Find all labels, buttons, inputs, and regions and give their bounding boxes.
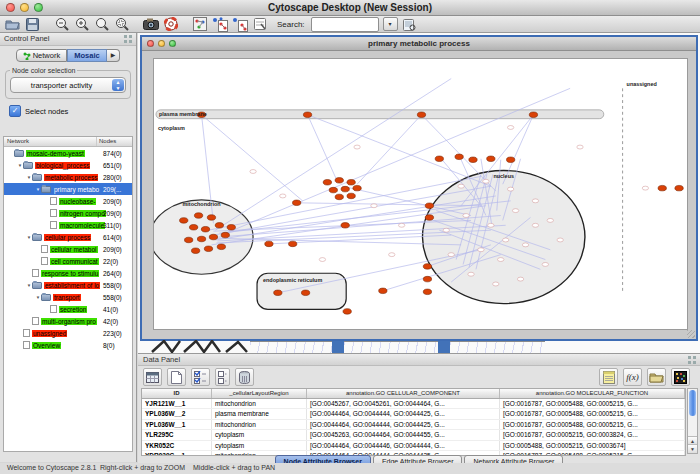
network-tree-row[interactable]: mosaic-demo-yeast874(0) xyxy=(4,147,132,159)
tab-network[interactable]: Network xyxy=(16,49,68,62)
column-header[interactable]: ID xyxy=(142,389,212,398)
table-cell[interactable]: mitochondrion xyxy=(212,420,307,429)
network-tree-row[interactable]: unassigned223(0) xyxy=(4,327,132,339)
table-cell[interactable]: [GO:0045267, GO:0045261, GO:0044464, G..… xyxy=(307,399,500,408)
destroy-network-view-icon[interactable] xyxy=(231,17,248,32)
select-nodes-option[interactable]: ✓ Select nodes xyxy=(9,105,136,117)
delete-attribute-icon[interactable] xyxy=(235,368,254,386)
combo-stepper-icon: ▲▼ xyxy=(112,79,124,91)
network-tree-row[interactable]: macromolecule311(0) xyxy=(4,219,132,231)
table-cell[interactable]: [GO:0045263, GO:0044464, GO:0044455, G..… xyxy=(307,430,500,439)
table-row[interactable]: YKR052Ccytoplasm[GO:0044464, GO:0044446,… xyxy=(142,441,685,451)
table-row[interactable]: YPL036W__1mitochondrion[GO:0044464, GO:0… xyxy=(142,420,685,430)
zoom-selected-icon[interactable] xyxy=(113,17,130,32)
network-tree-row[interactable]: cell communicat22(0) xyxy=(4,255,132,267)
table-cell[interactable]: YLR295C xyxy=(142,430,212,439)
attribute-table-header: ID_cellularLayoutRegionannotation.GO CEL… xyxy=(142,389,685,399)
table-cell[interactable]: [GO:0005488, GO:0005215, GO:0003674] xyxy=(500,441,685,450)
table-cell[interactable]: [GO:0016787, GO:0005488, GO:0005215, G..… xyxy=(500,399,685,408)
network-view-window[interactable]: primary metabolic process plasma membran… xyxy=(140,35,698,341)
table-cell[interactable]: YPL036W__2 xyxy=(142,409,212,418)
network-window-titlebar[interactable]: primary metabolic process xyxy=(142,37,696,51)
zoom-out-icon[interactable] xyxy=(53,17,70,32)
network-tree-row[interactable]: response to stimulu264(0) xyxy=(4,267,132,279)
table-cell[interactable]: cytoplasm xyxy=(212,430,307,439)
scrollbar-thumb[interactable] xyxy=(689,390,696,416)
background-window-fragment[interactable] xyxy=(150,340,250,353)
table-row[interactable]: YLR295Ccytoplasm[GO:0045263, GO:0044464,… xyxy=(142,430,685,440)
zoom-button[interactable] xyxy=(34,3,43,12)
network-tree-row[interactable]: nitrogen compo209(0) xyxy=(4,207,132,219)
table-cell[interactable]: YKR052C xyxy=(142,441,212,450)
attribute-editor-icon[interactable] xyxy=(599,368,618,386)
table-cell[interactable]: [GO:0044464, GO:0044446, GO:0044444, G..… xyxy=(307,441,500,450)
attribute-matrix-icon[interactable] xyxy=(671,368,690,386)
table-cell[interactable]: [GO:0016787, GO:0005488, GO:0005215, G..… xyxy=(500,409,685,418)
float-panel-icon[interactable] xyxy=(688,356,696,364)
close-button[interactable] xyxy=(6,3,15,12)
minimize-button[interactable] xyxy=(20,3,29,12)
table-row[interactable]: YJR121W__1mitochondrion[GO:0045267, GO:0… xyxy=(142,399,685,409)
network-tree-row[interactable]: nucleobase-209(0) xyxy=(4,195,132,207)
save-session-icon[interactable] xyxy=(24,17,41,32)
open-file-icon[interactable] xyxy=(4,17,21,32)
zoom-button[interactable] xyxy=(169,40,176,47)
search-input[interactable] xyxy=(311,17,379,32)
close-button[interactable] xyxy=(147,40,154,47)
network-tree-row[interactable]: cellular metabol209(0) xyxy=(4,243,132,255)
table-cell[interactable]: plasma membrane xyxy=(212,409,307,418)
function-builder-icon[interactable]: f(x) xyxy=(623,368,642,386)
graph-node xyxy=(557,238,563,242)
select-nodes-checkbox[interactable]: ✓ xyxy=(9,105,21,117)
unselect-attributes-icon[interactable] xyxy=(215,368,230,386)
tab-mosaic[interactable]: Mosaic xyxy=(67,49,106,62)
network-canvas[interactable]: plasma membranecytoplasmmitochondrionnuc… xyxy=(153,58,688,330)
import-attributes-icon[interactable] xyxy=(647,368,666,386)
selected-attribute: transporter activity xyxy=(11,81,112,90)
help-lifesaver-icon[interactable] xyxy=(162,17,179,32)
table-cell[interactable]: cytoplasm xyxy=(212,441,307,450)
table-cell[interactable]: [GO:0016787, GO:0005215, GO:0003824, G..… xyxy=(500,430,685,439)
table-cell[interactable]: [GO:0044464, GO:0044444, GO:0044425, G..… xyxy=(307,409,500,418)
manage-networks-icon[interactable] xyxy=(191,17,208,32)
tree-col-nodes[interactable]: Nodes xyxy=(97,137,132,146)
table-cell[interactable]: YPL036W__1 xyxy=(142,420,212,429)
minimize-button[interactable] xyxy=(158,40,165,47)
table-cell[interactable]: [GO:0016787, GO:0005488, GO:0005215, G..… xyxy=(500,420,685,429)
network-tree-row[interactable]: ▼metabolic process280(0) xyxy=(4,171,132,183)
column-header[interactable]: _cellularLayoutRegion xyxy=(212,389,307,398)
table-cell[interactable]: mitochondrion xyxy=(212,399,307,408)
select-all-attributes-icon[interactable] xyxy=(143,368,162,386)
table-row[interactable]: YPL036W__2plasma membrane[GO:0044464, GO… xyxy=(142,409,685,419)
graph-node-selected xyxy=(347,180,355,185)
zoom-fit-icon[interactable] xyxy=(93,17,110,32)
annotation-search-icon[interactable] xyxy=(251,17,268,32)
scroll-down-arrow[interactable]: ▼ xyxy=(688,444,697,453)
network-tree-row[interactable]: multi-organism pro42(0) xyxy=(4,315,132,327)
window-titlebar[interactable]: Cytoscape Desktop (New Session) xyxy=(0,0,700,16)
column-header[interactable]: annotation.GO CELLULAR_COMPONENT xyxy=(307,389,500,398)
table-cell[interactable]: YJR121W__1 xyxy=(142,399,212,408)
tab-overflow-button[interactable]: ▶ xyxy=(107,49,121,62)
network-tree-row[interactable]: Overview8(0) xyxy=(4,339,132,351)
network-tree-row[interactable]: ▼biological_process651(0) xyxy=(4,159,132,171)
network-tree-row[interactable]: ▼primary metabo209(... xyxy=(4,183,132,195)
table-cell[interactable]: [GO:0044464, GO:0044444, GO:0044425, G..… xyxy=(307,420,500,429)
network-tree-row[interactable]: secretion41(0) xyxy=(4,303,132,315)
column-header[interactable]: annotation.GO MOLECULAR_FUNCTION xyxy=(500,389,685,398)
search-dropdown-button[interactable]: ▾ xyxy=(383,17,398,31)
node-color-attribute-select[interactable]: transporter activity ▲▼ xyxy=(10,77,126,93)
network-tree-row[interactable]: ▼cellular process614(0) xyxy=(4,231,132,243)
float-panel-icon[interactable] xyxy=(124,35,132,43)
new-attribute-icon[interactable] xyxy=(167,368,186,386)
resize-grip[interactable] xyxy=(687,330,695,338)
tree-col-network[interactable]: Network xyxy=(4,137,97,146)
search-config-icon[interactable] xyxy=(401,17,418,32)
network-tree-row[interactable]: ▼transport558(0) xyxy=(4,291,132,303)
network-tree-row[interactable]: ▼establishment of lo558(0) xyxy=(4,279,132,291)
zoom-in-icon[interactable] xyxy=(73,17,90,32)
create-network-view-icon[interactable] xyxy=(211,17,228,32)
select-attributes-icon[interactable] xyxy=(191,368,210,386)
snapshot-camera-icon[interactable] xyxy=(142,17,159,32)
table-vertical-scrollbar[interactable]: ▲ ▼ xyxy=(687,388,698,454)
